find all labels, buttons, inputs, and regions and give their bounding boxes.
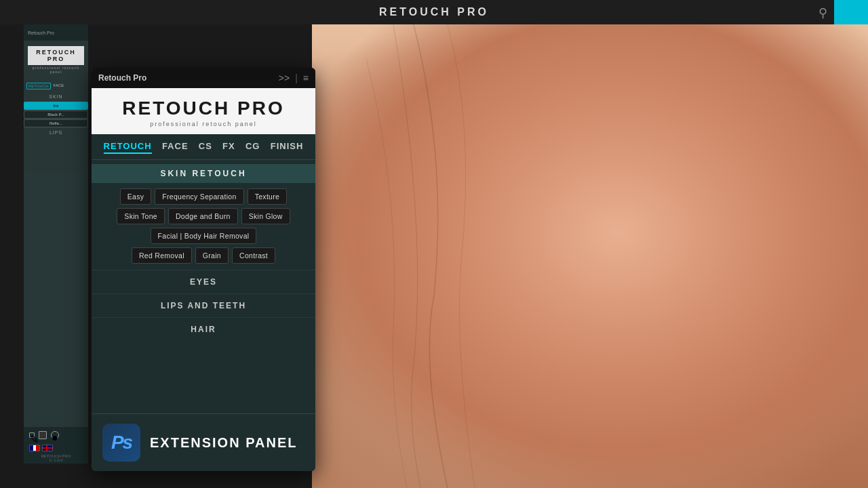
hair-section[interactable]: HAIR	[92, 317, 315, 341]
easy-btn[interactable]: Easy	[120, 188, 152, 205]
extension-label: EXTENSION PANEL	[150, 435, 297, 451]
ps-icon: Ps	[102, 424, 140, 462]
btn-row-4: Red Removal Grain Contrast	[98, 247, 309, 264]
back-iris-btn[interactable]: Iris	[24, 102, 88, 110]
divider: |	[295, 73, 298, 83]
nav-cs[interactable]: CS	[199, 140, 212, 154]
menu-icon[interactable]: ≡	[303, 73, 309, 83]
back-nav-face[interactable]: FACE	[52, 83, 66, 89]
flag-it	[29, 445, 40, 451]
mini-panel-icons: ✎ ●	[24, 427, 88, 443]
back-panel-header: Retouch Pro	[24, 24, 88, 41]
contrast-btn[interactable]: Contrast	[232, 247, 275, 264]
panel-logo-area: RETOUCH PRO professional retouch panel	[92, 88, 315, 134]
teal-button[interactable]	[834, 0, 868, 24]
hair-overlay	[312, 24, 868, 488]
search-icon[interactable]: ⚲	[818, 5, 827, 20]
panel-nav: RETOUCH FACE CS FX CG FINISH	[92, 134, 315, 160]
mini-icon-person: ●	[51, 431, 59, 439]
back-nav: RETOUCH FACE	[24, 80, 88, 92]
panel-header-icons: >> | ≡	[279, 73, 309, 83]
expand-icon[interactable]: >>	[279, 73, 290, 83]
btn-row-2: Skin Tone Dodge and Burn Skin Glow	[98, 208, 309, 224]
top-bar: RETOUCH PRO ⚲	[0, 0, 868, 24]
panel-header-title: Retouch Pro	[98, 73, 146, 83]
eyes-section[interactable]: EYES	[92, 270, 315, 293]
mini-flags	[24, 443, 88, 453]
nav-retouch[interactable]: RETOUCH	[104, 140, 152, 154]
skin-retouch-buttons: Easy Frequency Separation Texture Skin T…	[92, 186, 315, 270]
back-panel: Retouch Pro RETOUCH PRO professional ret…	[24, 24, 88, 458]
panel-bottom: Ps EXTENSION PANEL	[92, 413, 315, 471]
nav-face[interactable]: FACE	[162, 140, 189, 154]
btn-row-1: Easy Frequency Separation Texture	[98, 188, 309, 205]
main-panel: Retouch Pro >> | ≡ RETOUCH PRO professio…	[92, 68, 315, 471]
back-nav-retouch[interactable]: RETOUCH	[26, 83, 51, 89]
photo-background	[312, 24, 868, 488]
mini-icon-pencil: ✎	[29, 432, 35, 438]
mini-icon-square	[39, 431, 47, 439]
nav-fx[interactable]: FX	[222, 140, 235, 154]
panel-logo-text: RETOUCH PRO	[105, 98, 302, 119]
back-logo: RETOUCH PRO professional retouch panel	[24, 41, 88, 80]
back-logo-subtitle: professional retouch panel	[28, 65, 84, 75]
back-logo-text: RETOUCH PRO	[28, 46, 84, 65]
btn-row-3: Facial | Body Hair Removal	[98, 228, 309, 244]
flag-en	[42, 445, 53, 451]
panel-logo-subtitle: professional retouch panel	[105, 121, 302, 127]
mini-version: RETOUCH PROV. 1.0.0	[24, 453, 88, 462]
red-removal-btn[interactable]: Red Removal	[132, 247, 192, 264]
back-blackp-btn[interactable]: Black P...	[24, 110, 88, 119]
texture-btn[interactable]: Texture	[248, 188, 288, 205]
dodge-burn-btn[interactable]: Dodge and Burn	[168, 208, 238, 224]
hair-removal-btn[interactable]: Facial | Body Hair Removal	[151, 228, 257, 244]
back-panel-title: Retouch Pro	[28, 30, 54, 35]
back-skin-label: SKIN	[24, 92, 88, 101]
panel-header: Retouch Pro >> | ≡	[92, 68, 315, 88]
skin-tone-btn[interactable]: Skin Tone	[117, 208, 165, 224]
mini-panel: ✎ ● RETOUCH PROV. 1.0.0	[24, 426, 88, 464]
grain-btn[interactable]: Grain	[195, 247, 229, 264]
skin-glow-btn[interactable]: Skin Glow	[241, 208, 290, 224]
back-refle-btn[interactable]: Refle...	[24, 119, 88, 127]
app-title: RETOUCH PRO	[379, 6, 489, 18]
back-lips-label: LIPS	[24, 128, 88, 137]
frequency-separation-btn[interactable]: Frequency Separation	[155, 188, 243, 205]
nav-cg[interactable]: CG	[245, 140, 260, 154]
skin-retouch-header: SKIN RETOUCH	[92, 164, 315, 183]
lips-teeth-section[interactable]: LIPS AND TEETH	[92, 293, 315, 317]
nav-finish[interactable]: FINISH	[271, 140, 304, 154]
